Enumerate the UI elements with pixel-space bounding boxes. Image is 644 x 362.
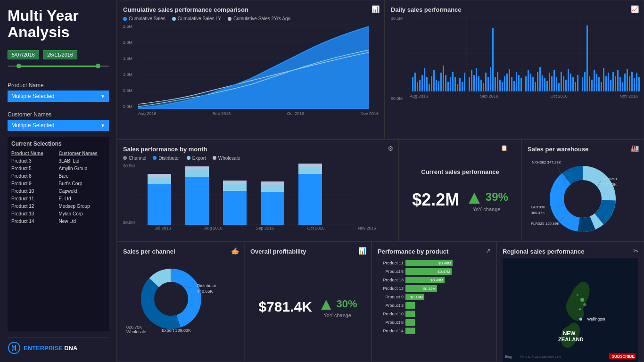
svg-rect-20 <box>421 75 423 91</box>
warehouse-icon[interactable]: 🏭 <box>631 145 639 152</box>
svg-rect-47 <box>487 77 489 91</box>
cumulative-sales-panel: Cumulative sales performance comparison … <box>117 0 385 139</box>
customer-sel-1: 3LAB, Ltd <box>59 157 106 165</box>
slider-thumb-right[interactable] <box>96 64 100 68</box>
customer-col-header: Customer Names <box>59 151 106 156</box>
svg-rect-41 <box>473 75 475 91</box>
product-sel-3: Product 8 <box>11 173 58 180</box>
svg-rect-49 <box>492 28 494 91</box>
svg-rect-29 <box>443 66 444 91</box>
svg-rect-71 <box>546 81 548 91</box>
date-end[interactable]: 26/11/2016 <box>43 50 77 59</box>
slider-thumb-left[interactable] <box>17 64 21 68</box>
date-slider[interactable] <box>8 62 109 70</box>
svg-rect-37 <box>462 82 463 91</box>
svg-text:FLR025 120.89K: FLR025 120.89K <box>531 222 560 226</box>
legend-distributor: Distributor <box>153 156 180 161</box>
table-row: Product 8 <box>378 319 490 326</box>
svg-text:© HERE, © 2017 Microsoft Corp: © HERE, © 2017 Microsoft Corp <box>520 355 561 358</box>
current-sales-value: $2.2M <box>412 190 459 210</box>
product-sel-6: Product 11 <box>11 195 58 203</box>
table-row: Product 3 <box>378 302 490 309</box>
slider-fill <box>18 66 99 67</box>
svg-rect-106 <box>631 72 633 91</box>
svg-rect-40 <box>471 70 472 91</box>
cumulative-svg-area <box>138 24 379 110</box>
customer-names-dropdown[interactable]: Multiple Selected ▼ <box>8 120 109 131</box>
legend-dot <box>123 17 127 21</box>
dna-icon <box>8 341 21 354</box>
svg-text:Distributor: Distributor <box>197 283 216 288</box>
daily-chart-icon[interactable]: 📈 <box>631 5 639 13</box>
svg-text:Bing: Bing <box>505 355 512 359</box>
product-name-dropdown[interactable]: Multiple Selected ▼ <box>8 90 109 102</box>
legend-dot-c <box>123 156 127 160</box>
map-area: NEW ZEALAND Wellington Bing © HERE, © 20… <box>503 258 638 362</box>
svg-rect-108 <box>636 73 637 91</box>
legend-sales-ly: Cumulative Sales LY <box>172 16 221 21</box>
product-name-value: Multiple Selected <box>11 93 54 99</box>
svg-text:AXW291: AXW291 <box>603 177 618 181</box>
product-performance-icon[interactable]: ↗ <box>486 247 491 255</box>
profitability-title: Overall profitability <box>250 248 306 255</box>
channel-donut: Distributor 440.65K Wholesale 826.75K Ex… <box>124 259 237 334</box>
svg-rect-124 <box>261 181 284 185</box>
svg-rect-78 <box>563 76 564 91</box>
product-sel-8: Product 13 <box>11 210 58 218</box>
customer-sel-8: Mylan Corp <box>59 210 106 218</box>
legend-label-distributor: Distributor <box>158 156 180 161</box>
channel-icon[interactable]: 🥧 <box>231 247 239 255</box>
svg-rect-100 <box>617 70 619 91</box>
svg-rect-103 <box>624 74 626 91</box>
regional-icon[interactable]: ✂ <box>633 247 639 255</box>
svg-rect-34 <box>454 77 456 91</box>
yoy-area: ▲ 39% YoY change <box>465 188 508 212</box>
daily-x-axis: Aug 2016Sep 2016Oct 2016Nov 2016 <box>410 93 638 99</box>
svg-rect-22 <box>426 77 428 91</box>
svg-rect-54 <box>504 76 505 91</box>
product-bar: $0.47M <box>405 268 452 275</box>
current-sales-panel: Current sales performance 📋 $2.2M ▲ 39% … <box>399 140 521 241</box>
svg-rect-18 <box>417 82 418 91</box>
profitability-icon[interactable]: 📊 <box>358 247 366 255</box>
svg-rect-67 <box>537 72 538 91</box>
date-start[interactable]: 5/07/2016 <box>8 50 39 59</box>
monthly-chart-panel: Sales performance by month ⚙ Channel Dis… <box>117 140 399 241</box>
customer-sel-4: Burt's Corp <box>59 180 106 188</box>
product-label: Product 3 <box>378 303 404 308</box>
yoy-pct: 39% <box>486 190 508 204</box>
svg-rect-70 <box>544 78 545 91</box>
table-row: Product 10 <box>378 311 490 317</box>
svg-rect-119 <box>223 191 247 225</box>
svg-rect-21 <box>424 68 425 91</box>
svg-rect-98 <box>612 72 614 91</box>
svg-rect-122 <box>261 192 284 225</box>
chart-icon[interactable]: 📊 <box>372 5 380 13</box>
svg-rect-35 <box>457 84 458 91</box>
monthly-y-axis: $0.5M $0.0M <box>123 164 138 225</box>
svg-text:NXH382 347.23K: NXH382 347.23K <box>532 160 561 165</box>
svg-rect-79 <box>565 80 567 91</box>
svg-rect-95 <box>605 76 607 91</box>
product-label: Product 11 <box>378 261 404 265</box>
profit-arrow-up-icon: ▲ <box>318 296 335 313</box>
copy-icon[interactable]: 📋 <box>501 145 508 151</box>
main-content: Cumulative sales performance comparison … <box>117 0 644 362</box>
product-performance-title: Performance by product <box>378 248 490 255</box>
share-icon[interactable]: ⚙ <box>388 145 394 152</box>
svg-rect-83 <box>575 82 576 91</box>
svg-rect-102 <box>622 82 623 91</box>
legend-wholesale: Wholesale <box>213 156 240 161</box>
customer-sel-9: New Ltd <box>59 218 106 225</box>
product-label: Product 9 <box>378 295 404 299</box>
page-title: Multi YearAnalysis <box>8 8 109 41</box>
svg-rect-84 <box>577 75 578 91</box>
svg-rect-26 <box>436 80 437 91</box>
svg-rect-51 <box>497 72 498 91</box>
svg-rect-117 <box>185 170 209 177</box>
legend-cumulative-sales: Cumulative Sales <box>123 16 165 21</box>
svg-rect-94 <box>603 68 604 91</box>
svg-text:777.85K: 777.85K <box>603 182 617 187</box>
svg-text:Wholesale: Wholesale <box>126 329 146 334</box>
svg-rect-80 <box>568 69 569 91</box>
